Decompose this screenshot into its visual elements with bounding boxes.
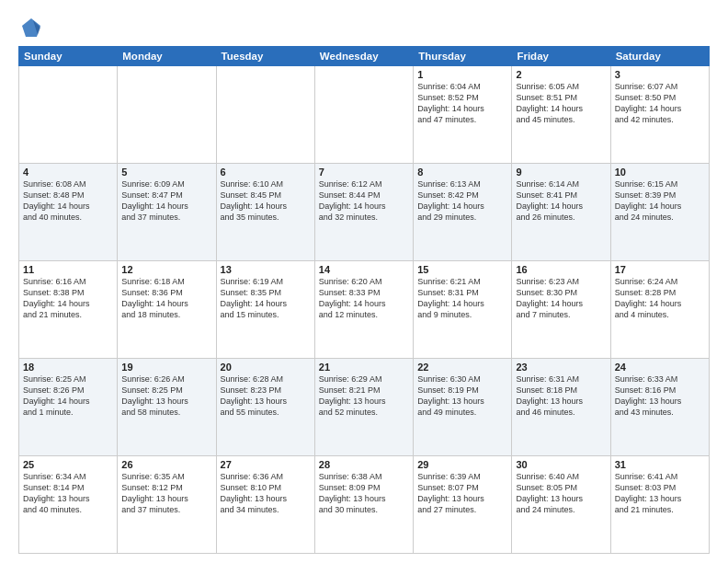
- day-info: Sunrise: 6:30 AM Sunset: 8:19 PM Dayligh…: [417, 373, 507, 419]
- calendar-cell: [216, 66, 314, 164]
- day-number: 10: [615, 167, 705, 178]
- day-info: Sunrise: 6:25 AM Sunset: 8:26 PM Dayligh…: [23, 373, 113, 419]
- day-number: 27: [221, 459, 311, 470]
- day-number: 8: [417, 167, 507, 178]
- day-info: Sunrise: 6:33 AM Sunset: 8:16 PM Dayligh…: [615, 373, 705, 419]
- weekday-header-sunday: Sunday: [19, 47, 118, 66]
- calendar-cell: 25Sunrise: 6:34 AM Sunset: 8:14 PM Dayli…: [19, 456, 118, 554]
- day-number: 5: [121, 167, 211, 178]
- calendar-cell: [118, 66, 216, 164]
- calendar-cell: 28Sunrise: 6:38 AM Sunset: 8:09 PM Dayli…: [314, 456, 413, 554]
- day-number: 9: [516, 167, 606, 178]
- day-info: Sunrise: 6:10 AM Sunset: 8:45 PM Dayligh…: [221, 178, 311, 224]
- day-info: Sunrise: 6:19 AM Sunset: 8:35 PM Dayligh…: [221, 276, 311, 321]
- calendar-cell: 21Sunrise: 6:29 AM Sunset: 8:21 PM Dayli…: [314, 359, 413, 456]
- calendar-cell: 29Sunrise: 6:39 AM Sunset: 8:07 PM Dayli…: [414, 456, 512, 554]
- calendar-cell: 24Sunrise: 6:33 AM Sunset: 8:16 PM Dayli…: [610, 359, 709, 456]
- day-number: 19: [121, 362, 211, 373]
- calendar-cell: 16Sunrise: 6:23 AM Sunset: 8:30 PM Dayli…: [512, 261, 610, 359]
- day-number: 23: [516, 362, 606, 373]
- day-info: Sunrise: 6:14 AM Sunset: 8:41 PM Dayligh…: [516, 178, 606, 224]
- day-info: Sunrise: 6:05 AM Sunset: 8:51 PM Dayligh…: [516, 81, 606, 126]
- day-info: Sunrise: 6:04 AM Sunset: 8:52 PM Dayligh…: [417, 81, 507, 126]
- day-info: Sunrise: 6:28 AM Sunset: 8:23 PM Dayligh…: [221, 373, 311, 419]
- day-info: Sunrise: 6:16 AM Sunset: 8:38 PM Dayligh…: [23, 276, 113, 321]
- calendar-cell: 31Sunrise: 6:41 AM Sunset: 8:03 PM Dayli…: [610, 456, 709, 554]
- day-number: 1: [417, 69, 507, 80]
- day-info: Sunrise: 6:38 AM Sunset: 8:09 PM Dayligh…: [319, 471, 409, 516]
- day-info: Sunrise: 6:24 AM Sunset: 8:28 PM Dayligh…: [615, 276, 705, 321]
- day-info: Sunrise: 6:21 AM Sunset: 8:31 PM Dayligh…: [417, 276, 507, 321]
- weekday-header-tuesday: Tuesday: [216, 47, 314, 66]
- day-number: 29: [417, 459, 507, 470]
- calendar-cell: 20Sunrise: 6:28 AM Sunset: 8:23 PM Dayli…: [216, 359, 314, 456]
- calendar-cell: 23Sunrise: 6:31 AM Sunset: 8:18 PM Dayli…: [512, 359, 610, 456]
- day-info: Sunrise: 6:13 AM Sunset: 8:42 PM Dayligh…: [417, 178, 507, 224]
- day-number: 6: [221, 167, 311, 178]
- weekday-header-monday: Monday: [118, 47, 216, 66]
- calendar-cell: 18Sunrise: 6:25 AM Sunset: 8:26 PM Dayli…: [19, 359, 118, 456]
- day-number: 14: [319, 264, 409, 275]
- day-number: 31: [615, 459, 705, 470]
- day-info: Sunrise: 6:26 AM Sunset: 8:25 PM Dayligh…: [121, 373, 211, 419]
- day-info: Sunrise: 6:35 AM Sunset: 8:12 PM Dayligh…: [121, 471, 211, 516]
- day-info: Sunrise: 6:07 AM Sunset: 8:50 PM Dayligh…: [615, 81, 705, 126]
- day-info: Sunrise: 6:36 AM Sunset: 8:10 PM Dayligh…: [221, 471, 311, 516]
- day-number: 12: [121, 264, 211, 275]
- calendar-cell: 27Sunrise: 6:36 AM Sunset: 8:10 PM Dayli…: [216, 456, 314, 554]
- calendar-cell: 4Sunrise: 6:08 AM Sunset: 8:48 PM Daylig…: [19, 164, 118, 261]
- day-number: 16: [516, 264, 606, 275]
- day-info: Sunrise: 6:20 AM Sunset: 8:33 PM Dayligh…: [319, 276, 409, 321]
- day-number: 21: [319, 362, 409, 373]
- day-number: 7: [319, 167, 409, 178]
- calendar-cell: 1Sunrise: 6:04 AM Sunset: 8:52 PM Daylig…: [414, 66, 512, 164]
- day-info: Sunrise: 6:18 AM Sunset: 8:36 PM Dayligh…: [121, 276, 211, 321]
- day-number: 26: [121, 459, 211, 470]
- calendar-cell: 2Sunrise: 6:05 AM Sunset: 8:51 PM Daylig…: [512, 66, 610, 164]
- day-number: 20: [221, 362, 311, 373]
- day-info: Sunrise: 6:41 AM Sunset: 8:03 PM Dayligh…: [615, 471, 705, 516]
- day-info: Sunrise: 6:39 AM Sunset: 8:07 PM Dayligh…: [417, 471, 507, 516]
- day-info: Sunrise: 6:08 AM Sunset: 8:48 PM Dayligh…: [23, 178, 113, 224]
- calendar-cell: 3Sunrise: 6:07 AM Sunset: 8:50 PM Daylig…: [610, 66, 709, 164]
- day-number: 3: [615, 69, 705, 80]
- weekday-header-wednesday: Wednesday: [314, 47, 413, 66]
- day-number: 13: [221, 264, 311, 275]
- calendar-cell: 19Sunrise: 6:26 AM Sunset: 8:25 PM Dayli…: [118, 359, 216, 456]
- calendar-cell: 22Sunrise: 6:30 AM Sunset: 8:19 PM Dayli…: [414, 359, 512, 456]
- calendar-cell: 14Sunrise: 6:20 AM Sunset: 8:33 PM Dayli…: [314, 261, 413, 359]
- day-number: 30: [516, 459, 606, 470]
- weekday-header-friday: Friday: [512, 47, 610, 66]
- calendar-cell: 5Sunrise: 6:09 AM Sunset: 8:47 PM Daylig…: [118, 164, 216, 261]
- calendar-table: SundayMondayTuesdayWednesdayThursdayFrid…: [18, 46, 710, 554]
- day-info: Sunrise: 6:23 AM Sunset: 8:30 PM Dayligh…: [516, 276, 606, 321]
- calendar-cell: 10Sunrise: 6:15 AM Sunset: 8:39 PM Dayli…: [610, 164, 709, 261]
- day-number: 18: [23, 362, 113, 373]
- day-number: 17: [615, 264, 705, 275]
- day-number: 28: [319, 459, 409, 470]
- calendar-cell: 15Sunrise: 6:21 AM Sunset: 8:31 PM Dayli…: [414, 261, 512, 359]
- calendar-cell: 9Sunrise: 6:14 AM Sunset: 8:41 PM Daylig…: [512, 164, 610, 261]
- logo-icon: [20, 17, 40, 37]
- day-number: 4: [23, 167, 113, 178]
- day-info: Sunrise: 6:09 AM Sunset: 8:47 PM Dayligh…: [121, 178, 211, 224]
- day-number: 15: [417, 264, 507, 275]
- day-info: Sunrise: 6:15 AM Sunset: 8:39 PM Dayligh…: [615, 178, 705, 224]
- calendar-cell: 17Sunrise: 6:24 AM Sunset: 8:28 PM Dayli…: [610, 261, 709, 359]
- header: [18, 17, 710, 37]
- calendar-cell: [19, 66, 118, 164]
- day-info: Sunrise: 6:12 AM Sunset: 8:44 PM Dayligh…: [319, 178, 409, 224]
- weekday-header-saturday: Saturday: [610, 47, 709, 66]
- day-info: Sunrise: 6:34 AM Sunset: 8:14 PM Dayligh…: [23, 471, 113, 516]
- calendar-cell: 30Sunrise: 6:40 AM Sunset: 8:05 PM Dayli…: [512, 456, 610, 554]
- day-info: Sunrise: 6:31 AM Sunset: 8:18 PM Dayligh…: [516, 373, 606, 419]
- day-number: 11: [23, 264, 113, 275]
- calendar-cell: 13Sunrise: 6:19 AM Sunset: 8:35 PM Dayli…: [216, 261, 314, 359]
- day-number: 25: [23, 459, 113, 470]
- day-info: Sunrise: 6:29 AM Sunset: 8:21 PM Dayligh…: [319, 373, 409, 419]
- calendar-cell: 7Sunrise: 6:12 AM Sunset: 8:44 PM Daylig…: [314, 164, 413, 261]
- calendar-cell: 8Sunrise: 6:13 AM Sunset: 8:42 PM Daylig…: [414, 164, 512, 261]
- logo: [18, 17, 40, 37]
- weekday-header-thursday: Thursday: [414, 47, 512, 66]
- calendar-cell: 12Sunrise: 6:18 AM Sunset: 8:36 PM Dayli…: [118, 261, 216, 359]
